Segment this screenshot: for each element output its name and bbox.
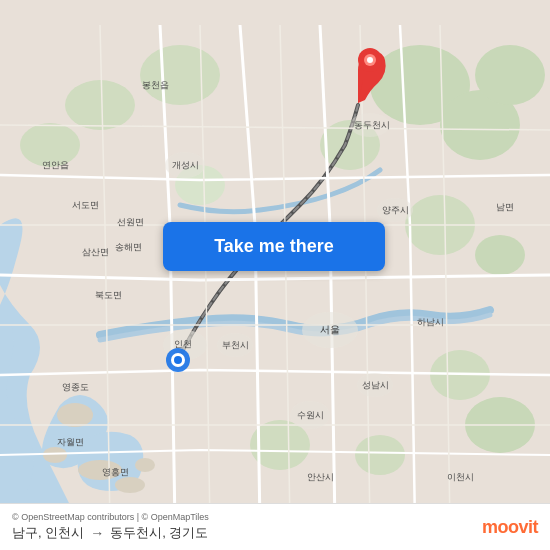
svg-point-2 [43, 447, 67, 463]
moovit-brand-text: moovit [482, 517, 538, 538]
from-location: 남구, 인천시 [12, 524, 84, 542]
route-info: 남구, 인천시 → 동두천시, 경기도 [12, 524, 209, 542]
svg-text:자월면: 자월면 [57, 437, 84, 447]
svg-text:인천: 인천 [174, 339, 192, 349]
svg-text:연안읍: 연안읍 [42, 160, 69, 170]
to-location: 동두천시, 경기도 [110, 524, 208, 542]
arrow-icon: → [90, 525, 104, 541]
moovit-logo: moovit [482, 515, 538, 539]
svg-text:봉천읍: 봉천읍 [142, 80, 169, 90]
svg-text:선원면: 선원면 [117, 217, 144, 227]
svg-text:북도면: 북도면 [95, 290, 122, 300]
svg-text:하남시: 하남시 [417, 317, 444, 327]
svg-text:송해면: 송해면 [115, 242, 142, 252]
svg-point-19 [355, 435, 405, 475]
svg-text:수원시: 수원시 [297, 410, 324, 420]
svg-point-8 [475, 45, 545, 105]
svg-point-54 [174, 356, 182, 364]
svg-point-11 [475, 235, 525, 275]
svg-text:동두천시: 동두천시 [354, 120, 390, 130]
svg-point-1 [57, 403, 93, 427]
svg-point-5 [135, 458, 155, 472]
svg-text:서도면: 서도면 [72, 200, 99, 210]
svg-text:이천시: 이천시 [447, 472, 474, 482]
svg-text:삼산면: 삼산면 [82, 247, 109, 257]
bottom-bar: © OpenStreetMap contributors | © OpenMap… [0, 503, 550, 550]
svg-point-15 [65, 80, 135, 130]
svg-text:부천시: 부천시 [222, 340, 249, 350]
svg-point-14 [140, 45, 220, 105]
attribution-text: © OpenStreetMap contributors | © OpenMap… [12, 512, 209, 522]
bottom-left: © OpenStreetMap contributors | © OpenMap… [12, 512, 209, 542]
svg-point-4 [115, 477, 145, 493]
svg-text:양주시: 양주시 [382, 205, 409, 215]
svg-point-57 [367, 57, 373, 63]
svg-text:서울: 서울 [320, 324, 340, 335]
svg-text:성남시: 성남시 [362, 380, 389, 390]
map-container: 서울 부천시 인천 수원시 성남시 양주시 파주시 개성시 동두천시 서도면 삼… [0, 0, 550, 550]
svg-text:개성시: 개성시 [172, 160, 199, 170]
svg-text:영흥면: 영흥면 [102, 467, 129, 477]
take-me-there-button[interactable]: Take me there [163, 222, 385, 271]
svg-text:안산시: 안산시 [307, 472, 334, 482]
svg-text:남면: 남면 [496, 202, 514, 212]
map-background: 서울 부천시 인천 수원시 성남시 양주시 파주시 개성시 동두천시 서도면 삼… [0, 0, 550, 550]
svg-text:영종도: 영종도 [62, 382, 89, 392]
